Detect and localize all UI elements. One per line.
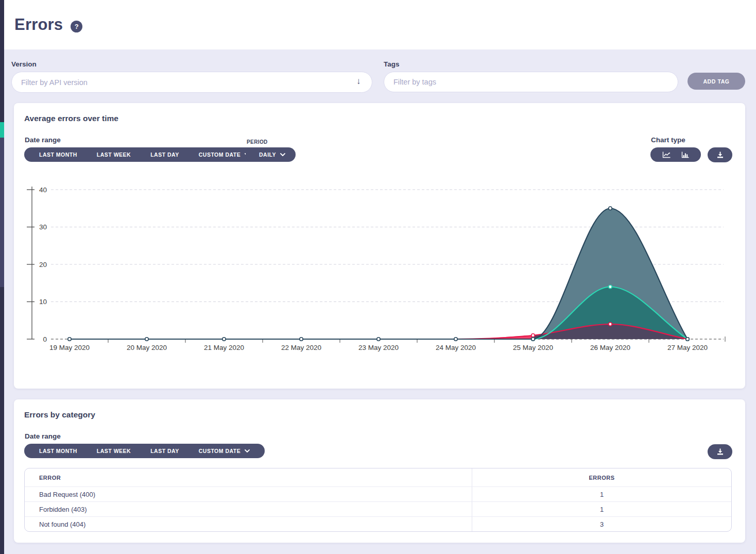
page-header: Errors ? (4, 0, 756, 49)
date-range-button-group: LAST MONTH LAST WEEK LAST DAY CUSTOM DAT… (24, 147, 265, 162)
last-month-button[interactable]: LAST MONTH (29, 444, 87, 458)
svg-text:27 May 2020: 27 May 2020 (667, 344, 708, 351)
svg-text:21 May 2020: 21 May 2020 (204, 344, 244, 351)
period-value: DAILY (252, 147, 289, 162)
svg-text:23 May 2020: 23 May 2020 (358, 344, 399, 351)
svg-text:20 May 2020: 20 May 2020 (127, 344, 167, 351)
tags-label: Tags (384, 60, 400, 68)
sidebar-edge (0, 0, 4, 554)
svg-text:26 May 2020: 26 May 2020 (590, 344, 630, 351)
line-chart-icon (662, 152, 671, 158)
download-icon (716, 151, 724, 159)
sidebar-edge-section (0, 138, 4, 287)
errors-by-category-table: ERROR ERRORS Bad Request (400) 1 Forbidd… (24, 468, 732, 532)
tags-filter-input[interactable] (384, 72, 678, 92)
date-range-button-group: LAST MONTH LAST WEEK LAST DAY CUSTOM DAT… (24, 444, 265, 458)
date-range-label: Date range (25, 136, 61, 144)
average-errors-title: Average errors over time (24, 114, 118, 123)
errors-by-category-card: Errors by category Date range LAST MONTH… (14, 399, 745, 543)
svg-text:10: 10 (39, 298, 47, 306)
error-name: Forbidden (403) (25, 502, 472, 516)
table-row[interactable]: Bad Request (400) 1 (25, 486, 731, 501)
version-label: Version (11, 60, 37, 68)
bar-chart-button[interactable] (681, 152, 689, 158)
error-name: Bad Request (400) (25, 487, 472, 501)
sidebar-edge-active-indicator (0, 122, 4, 138)
last-week-button[interactable]: LAST WEEK (87, 444, 141, 458)
table-row[interactable]: Forbidden (403) 1 (25, 501, 731, 516)
table-header-row: ERROR ERRORS (25, 468, 731, 486)
svg-text:25 May 2020: 25 May 2020 (513, 344, 553, 351)
line-chart-button[interactable] (662, 152, 671, 158)
last-day-button[interactable]: LAST DAY (141, 147, 189, 162)
bar-chart-icon (681, 152, 689, 158)
chart-type-label: Chart type (651, 136, 685, 144)
column-header-errors: ERRORS (472, 468, 731, 486)
chevron-down-icon (280, 153, 285, 156)
svg-text:24 May 2020: 24 May 2020 (436, 344, 476, 351)
last-week-button[interactable]: LAST WEEK (87, 147, 141, 162)
custom-date-button[interactable]: CUSTOM DATE (189, 444, 260, 458)
last-month-button[interactable]: LAST MONTH (29, 147, 87, 162)
period-select[interactable]: DAILY (246, 147, 296, 162)
add-tag-button[interactable]: ADD TAG (688, 73, 745, 90)
errors-by-category-title: Errors by category (24, 410, 95, 419)
custom-date-label: CUSTOM DATE (199, 448, 241, 454)
version-dropdown-arrow-icon[interactable]: ↓ (356, 76, 361, 87)
chevron-down-icon (245, 449, 250, 452)
error-name: Not found (404) (25, 517, 472, 531)
column-header-error: ERROR (25, 468, 472, 486)
svg-text:22 May 2020: 22 May 2020 (281, 344, 321, 351)
svg-text:20: 20 (39, 261, 47, 268)
last-day-button[interactable]: LAST DAY (141, 444, 189, 458)
average-errors-card: Average errors over time Date range LAST… (14, 103, 745, 389)
page-title: Errors (14, 15, 63, 34)
version-filter-input[interactable] (11, 72, 372, 93)
custom-date-label: CUSTOM DATE (199, 152, 241, 158)
svg-text:0: 0 (43, 335, 47, 343)
error-count: 1 (472, 502, 731, 516)
download-chart-button[interactable] (708, 147, 732, 162)
period-label: PERIOD (247, 139, 268, 145)
svg-text:40: 40 (39, 186, 47, 194)
date-range-label: Date range (25, 432, 61, 440)
svg-text:30: 30 (39, 223, 47, 231)
table-row[interactable]: Not found (404) 3 (25, 516, 731, 531)
chart-type-button-group (650, 147, 701, 162)
error-count: 1 (472, 487, 731, 501)
svg-text:19 May 2020: 19 May 2020 (49, 344, 90, 351)
errors-over-time-chart[interactable]: 01020304019 May 202020 May 202021 May 20… (24, 184, 731, 356)
download-table-button[interactable] (708, 444, 732, 459)
download-icon (716, 448, 724, 456)
error-count: 3 (472, 517, 731, 531)
help-icon[interactable]: ? (71, 21, 82, 32)
